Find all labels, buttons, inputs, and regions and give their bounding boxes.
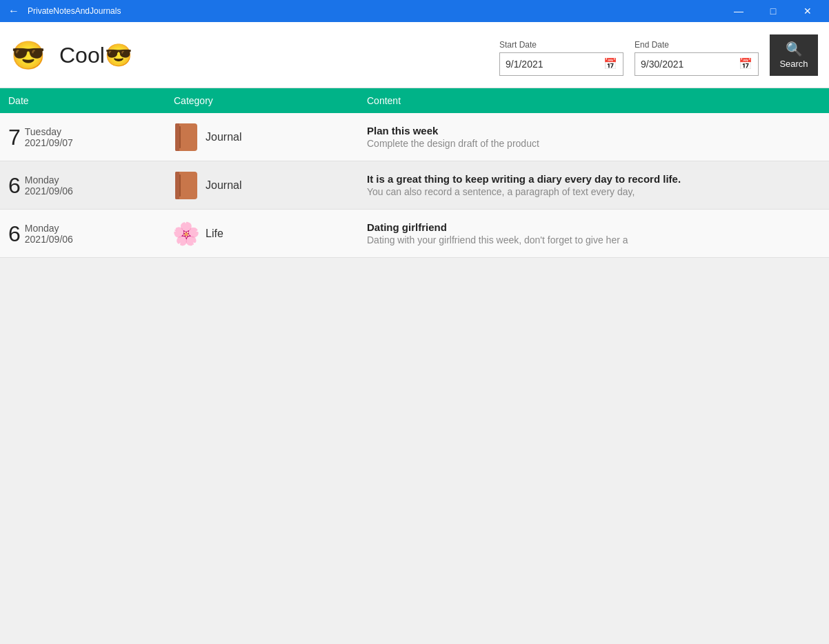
end-date-section: End Date 📅	[635, 40, 759, 76]
content-preview: Dating with your girlfriend this week, d…	[367, 234, 821, 245]
date-filters: Start Date 📅 End Date 📅 🔍 Search	[499, 34, 818, 76]
app-title: PrivateNotesAndJournals	[28, 6, 723, 16]
window-controls: — □ ✕	[723, 0, 823, 22]
row-content-cell: Dating girlfriend Dating with your girlf…	[367, 221, 821, 245]
row-date-cell: 6 Monday 2021/09/06	[8, 223, 174, 245]
back-button[interactable]: ←	[6, 3, 22, 19]
category-name: Journal	[206, 179, 241, 192]
category-icon-wrapper: 🌸	[174, 219, 199, 249]
titlebar: ← PrivateNotesAndJournals — □ ✕	[0, 0, 829, 22]
day-name: Monday	[25, 223, 73, 234]
table-row[interactable]: 7 Tuesday 2021/09/07 Journal Plan this w…	[0, 113, 829, 161]
category-name: Life	[206, 228, 223, 240]
maximize-button[interactable]: □	[757, 0, 789, 22]
full-date: 2021/09/06	[25, 234, 73, 245]
day-number: 7	[8, 126, 21, 148]
content-preview: You can also record a sentence, a paragr…	[367, 186, 821, 197]
full-date: 2021/09/07	[25, 137, 73, 148]
day-name: Monday	[25, 174, 73, 185]
content-title: Dating girlfriend	[367, 221, 821, 233]
table-header: Date Category Content	[0, 88, 829, 113]
start-date-section: Start Date 📅	[499, 40, 623, 76]
category-icon-wrapper	[174, 170, 199, 201]
minimize-button[interactable]: —	[723, 0, 755, 22]
close-button[interactable]: ✕	[792, 0, 823, 22]
start-date-calendar-icon[interactable]: 📅	[603, 57, 617, 70]
day-number: 6	[8, 174, 21, 197]
search-icon: 🔍	[786, 41, 803, 57]
user-avatar: 😎	[11, 41, 46, 69]
content-title: It is a great thing to keep writing a di…	[367, 173, 821, 185]
end-date-calendar-icon[interactable]: 📅	[739, 57, 752, 70]
column-header-category: Category	[174, 95, 367, 106]
end-date-input-wrapper[interactable]: 📅	[635, 52, 759, 76]
row-date-cell: 6 Monday 2021/09/06	[8, 174, 174, 197]
row-category-cell: Journal	[174, 122, 367, 152]
day-info: Monday 2021/09/06	[25, 174, 73, 197]
search-button[interactable]: 🔍 Search	[770, 34, 818, 76]
app-header: 😎 Cool😎 Start Date 📅 End Date 📅 🔍 Search	[0, 22, 829, 88]
category-name: Journal	[206, 131, 241, 143]
content-title: Plan this week	[367, 125, 821, 137]
day-name: Tuesday	[25, 126, 73, 137]
start-date-label: Start Date	[499, 40, 623, 50]
table-row[interactable]: 6 Monday 2021/09/06 Journal It is a grea…	[0, 161, 829, 210]
full-date: 2021/09/06	[25, 185, 73, 197]
user-name: Cool😎	[59, 42, 132, 68]
start-date-input-wrapper[interactable]: 📅	[499, 52, 623, 76]
content-preview: Complete the design draft of the product	[367, 138, 821, 149]
row-content-cell: Plan this week Complete the design draft…	[367, 125, 821, 149]
column-header-date: Date	[8, 95, 174, 106]
start-date-input[interactable]	[506, 59, 603, 70]
day-info: Monday 2021/09/06	[25, 223, 73, 245]
journal-icon	[175, 172, 197, 199]
day-info: Tuesday 2021/09/07	[25, 126, 73, 148]
table-body: 7 Tuesday 2021/09/07 Journal Plan this w…	[0, 113, 829, 258]
row-date-cell: 7 Tuesday 2021/09/07	[8, 126, 174, 148]
end-date-input[interactable]	[641, 59, 739, 70]
table-row[interactable]: 6 Monday 2021/09/06 🌸 Life Dating girlfr…	[0, 210, 829, 258]
search-label: Search	[779, 59, 808, 69]
row-category-cell: 🌸 Life	[174, 219, 367, 249]
row-category-cell: Journal	[174, 170, 367, 201]
journal-icon	[175, 123, 197, 151]
category-icon-wrapper	[174, 122, 199, 152]
end-date-label: End Date	[635, 40, 759, 50]
life-icon: 🌸	[172, 221, 200, 247]
day-number: 6	[8, 223, 21, 245]
row-content-cell: It is a great thing to keep writing a di…	[367, 173, 821, 197]
column-header-content: Content	[367, 95, 821, 106]
